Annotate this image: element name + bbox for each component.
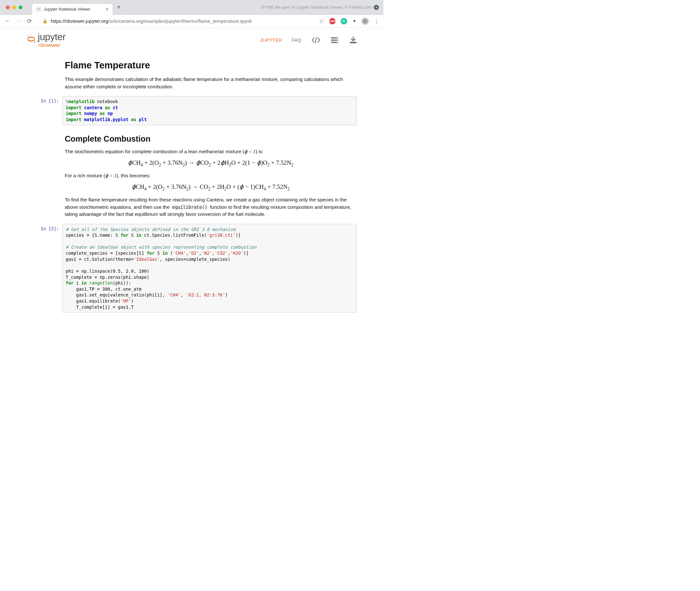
download-icon[interactable] [349, 36, 357, 44]
view-source-icon[interactable] [311, 37, 321, 43]
reload-button[interactable]: ⟳ [26, 18, 33, 25]
close-tab-button[interactable]: × [106, 6, 109, 12]
intro-paragraph: This example demonstrates calculation of… [65, 76, 357, 90]
url-input[interactable]: 🔒 https://nbviewer.jupyter.org/urls/cant… [37, 18, 311, 24]
explain-paragraph: To find the flame temperature resulting … [65, 196, 357, 218]
browser-menu-button[interactable]: ⋮ [374, 18, 380, 25]
adblock-extension-icon[interactable]: ABP [329, 18, 336, 24]
svg-point-6 [337, 40, 338, 41]
svg-rect-8 [350, 42, 356, 43]
site-logo[interactable]: jupyter nbviewer [26, 32, 66, 48]
minimize-window-button[interactable] [12, 5, 16, 9]
svg-point-5 [337, 37, 338, 39]
extensions-icon[interactable]: ✦ [352, 18, 356, 24]
nav-link-faq[interactable]: FAQ [292, 37, 301, 43]
caret-down-icon: ▾ [374, 5, 379, 10]
code-cell-1: In [1]: %matplotlib notebook import cant… [26, 96, 357, 125]
page-title: Flame Temperature [65, 60, 357, 71]
nav-link-jupyter[interactable]: JUPYTER [260, 37, 282, 43]
code-cell-2: In [2]: # Get all of the Species objects… [26, 224, 357, 313]
tab-title: Jupyter Notebook Viewer [44, 7, 90, 12]
browser-tab[interactable]: nb Jupyter Notebook Viewer × [32, 4, 113, 15]
close-window-button[interactable] [6, 5, 10, 9]
url-path: /urls/cantera.org/examples/jupyter/therm… [108, 18, 252, 24]
new-tab-button[interactable]: + [117, 4, 121, 11]
input-prompt-2: In [2]: [26, 224, 62, 313]
lock-icon: 🔒 [43, 19, 48, 23]
svg-point-7 [337, 42, 338, 43]
favicon-icon: nb [36, 7, 41, 12]
equation-lean: ϕCH4 + 2(O2 + 3.76N2) → ϕCO2 + 2ϕH2O + 2… [65, 159, 357, 168]
back-button[interactable]: ← [4, 18, 11, 24]
url-host: https://nbviewer.jupyter.org [51, 18, 108, 24]
input-prompt-1: In [1]: [26, 96, 62, 125]
window-controls [0, 5, 22, 9]
caption-text: .IPYNB file open in Jupyter Notebook Vie… [260, 5, 372, 10]
logo-text-top: jupyter [38, 32, 66, 42]
execute-on-binder-icon[interactable] [331, 37, 339, 44]
profile-avatar[interactable] [362, 18, 369, 25]
address-bar: ← → ⟳ 🔒 https://nbviewer.jupyter.org/url… [0, 15, 384, 27]
stoich-lean-paragraph: The stoichiometric equation for complete… [65, 148, 357, 155]
svg-point-0 [27, 35, 29, 37]
forward-button[interactable]: → [15, 18, 22, 24]
stoich-rich-paragraph: For a rich mixture (ϕ > 1), this becomes… [65, 172, 357, 180]
maximize-window-button[interactable] [19, 5, 22, 9]
site-header: jupyter nbviewer JUPYTER FAQ [26, 32, 357, 51]
inline-code-equilibrate: equilibrate() [171, 204, 209, 210]
bookmark-star-icon[interactable]: ☆ [319, 18, 324, 25]
equation-rich: ϕCH4 + 2(O2 + 3.76N2) → CO2 + 2H2O + (ϕ … [65, 183, 357, 192]
code-input-2[interactable]: # Get all of the Species objects defined… [62, 224, 357, 313]
svg-point-1 [34, 42, 35, 43]
jupyter-logo-icon [26, 34, 36, 44]
logo-text-bottom: nbviewer [38, 43, 66, 48]
window-caption: .IPYNB file open in Jupyter Notebook Vie… [260, 5, 379, 10]
grammarly-extension-icon[interactable]: G [341, 18, 347, 24]
code-input-1[interactable]: %matplotlib notebook import cantera as c… [62, 96, 357, 125]
browser-tab-bar: nb Jupyter Notebook Viewer × + .IPYNB fi… [0, 0, 384, 15]
page-viewport[interactable]: jupyter nbviewer JUPYTER FAQ [0, 27, 384, 324]
section-heading-complete-combustion: Complete Combustion [65, 134, 357, 144]
